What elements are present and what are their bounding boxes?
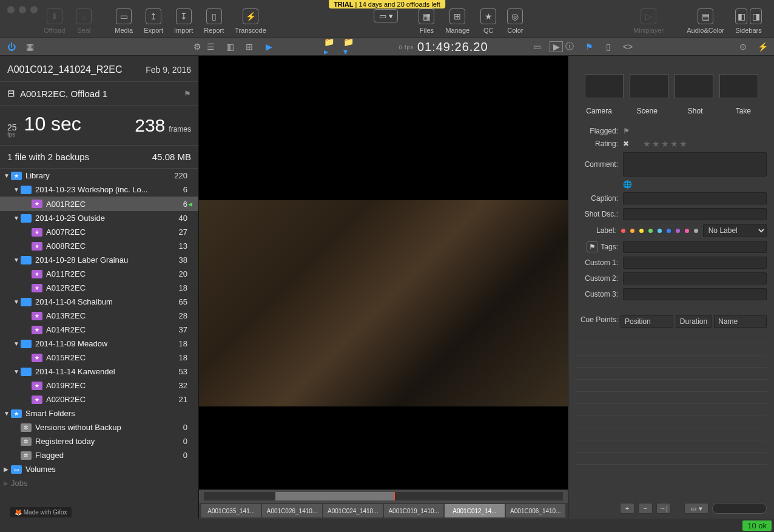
folder-row[interactable]: ▼2014-11-09 Meadow18 bbox=[0, 337, 198, 351]
cue-row[interactable] bbox=[576, 343, 767, 355]
label-color-dot[interactable] bbox=[676, 229, 680, 233]
smart-folders-root[interactable]: ▼★ Smart Folders bbox=[0, 406, 198, 420]
cue-row[interactable] bbox=[576, 428, 767, 440]
transcode-button[interactable]: ⚡Transcode bbox=[232, 8, 269, 34]
import-button[interactable]: ↧Import bbox=[172, 8, 195, 34]
zoom-window[interactable] bbox=[30, 6, 38, 13]
power-icon[interactable]: ⏻ bbox=[5, 41, 18, 52]
timeline[interactable] bbox=[199, 490, 568, 503]
offload-button[interactable]: ⬇Offload bbox=[41, 8, 67, 34]
label-color-dot[interactable] bbox=[630, 229, 634, 233]
fullscreen-icon[interactable]: ▶ bbox=[550, 41, 563, 52]
caption-input[interactable] bbox=[623, 192, 767, 204]
clip-row[interactable]: ★A008R2EC13 bbox=[0, 239, 198, 253]
globe-icon[interactable]: 🌐 bbox=[623, 180, 632, 189]
view-player-icon[interactable]: ▶ bbox=[262, 41, 275, 52]
clip-row[interactable]: ★A007R2EC27 bbox=[0, 225, 198, 239]
label-color-dot[interactable] bbox=[694, 229, 698, 233]
folder-row[interactable]: ▼2014-10-28 Laber Grainau38 bbox=[0, 253, 198, 267]
video-viewer[interactable] bbox=[199, 56, 568, 490]
close-window[interactable] bbox=[7, 6, 15, 13]
camera-lock-button[interactable]: ▭ ▾ bbox=[684, 503, 708, 514]
take-thumb[interactable] bbox=[719, 74, 758, 98]
scene-thumb[interactable] bbox=[630, 74, 668, 98]
cue-row[interactable] bbox=[576, 392, 767, 404]
flag-icon[interactable]: ⚑ bbox=[184, 89, 191, 98]
label-color-dot[interactable] bbox=[648, 229, 653, 233]
tags-input[interactable] bbox=[623, 241, 767, 253]
folder-next-icon[interactable]: 📁 ▾ bbox=[343, 41, 357, 52]
clip-row[interactable]: ★A014R2EC37 bbox=[0, 323, 198, 337]
smart-folder-row[interactable]: ✲Registered today0 bbox=[0, 434, 198, 448]
report-button[interactable]: ▯Report bbox=[201, 8, 226, 34]
view-grid-icon[interactable]: ⊞ bbox=[243, 41, 256, 52]
audiocolor-button[interactable]: ▤Audio&Color bbox=[684, 8, 727, 34]
goto-cue-button[interactable]: →| bbox=[656, 503, 671, 514]
comment-input[interactable] bbox=[623, 152, 767, 177]
clip-thumbnail[interactable]: A001C024_1410... bbox=[323, 504, 383, 517]
layout-selector[interactable]: ▭ ▾ bbox=[374, 9, 398, 22]
cue-row[interactable] bbox=[576, 404, 767, 416]
clip-row[interactable]: ★A012R2EC18 bbox=[0, 281, 198, 295]
qc-button[interactable]: ★QC bbox=[478, 8, 499, 34]
clip-thumbnail[interactable]: A001C006_1410... bbox=[506, 504, 565, 517]
label-colors[interactable] bbox=[621, 229, 698, 233]
clip-thumbnail[interactable]: A001C019_1410... bbox=[384, 504, 443, 517]
minimize-window[interactable] bbox=[19, 6, 26, 13]
custom3-input[interactable] bbox=[623, 288, 767, 300]
shot-thumb[interactable] bbox=[675, 74, 713, 98]
trial-badge[interactable]: TRIAL | 14 days and 20 offloads left bbox=[329, 0, 445, 8]
export-button[interactable]: ↥Export bbox=[141, 8, 166, 34]
clip-row[interactable]: ★A011R2EC20 bbox=[0, 267, 198, 281]
seal-button[interactable]: ⌕Seal bbox=[73, 8, 94, 34]
doc-icon[interactable]: ▯ bbox=[602, 41, 615, 52]
clip-row[interactable]: ★A013R2EC28 bbox=[0, 309, 198, 323]
add-cue-button[interactable]: + bbox=[620, 503, 634, 514]
status-ok-badge[interactable]: 10 ok bbox=[742, 520, 772, 531]
clip-row[interactable]: ★A019R2EC32 bbox=[0, 379, 198, 392]
cue-row[interactable] bbox=[576, 453, 767, 465]
view-list-icon[interactable]: ☰ bbox=[204, 41, 217, 52]
cue-row[interactable] bbox=[576, 380, 767, 392]
cue-row[interactable] bbox=[576, 440, 767, 453]
info-icon[interactable]: ⓘ bbox=[563, 41, 576, 52]
folder-row[interactable]: ▼2014-10-23 Workshop (inc. Lo...6 bbox=[0, 183, 198, 197]
clip-row[interactable]: ★A020R2EC21 bbox=[0, 392, 198, 406]
clip-thumbnail[interactable]: A001C026_1410... bbox=[262, 504, 321, 517]
folder-row[interactable]: ▼2014-10-25 Outside40 bbox=[0, 211, 198, 225]
folder-row[interactable]: ▼2014-11-04 Schaibum65 bbox=[0, 295, 198, 309]
timeline-track[interactable] bbox=[204, 492, 563, 500]
cue-row[interactable] bbox=[576, 331, 767, 343]
flag-tab-icon[interactable]: ⚑ bbox=[582, 41, 596, 52]
folder-row[interactable]: ▼2014-11-14 Karwendel53 bbox=[0, 365, 198, 379]
files-button[interactable]: ▦Files bbox=[416, 8, 437, 34]
label-color-dot[interactable] bbox=[667, 229, 671, 233]
label-color-dot[interactable] bbox=[621, 229, 625, 233]
color-button[interactable]: ◎Color bbox=[505, 8, 525, 34]
camera-thumb[interactable] bbox=[585, 74, 624, 98]
filmstrip-icon[interactable]: ▦ bbox=[23, 41, 36, 52]
label-select[interactable]: No Label bbox=[703, 224, 767, 237]
clip-row[interactable]: ★A001R2EC6◂ bbox=[0, 197, 198, 211]
library-root[interactable]: ▼★ Library 220 bbox=[0, 169, 198, 183]
shotdsc-input[interactable] bbox=[623, 208, 767, 220]
flagged-toggle[interactable]: ⚑ bbox=[623, 127, 630, 135]
smart-folder-row[interactable]: ✲Versions without Backup0 bbox=[0, 420, 198, 434]
clip-thumbnail[interactable]: A001C035_141... bbox=[201, 504, 261, 517]
media-button[interactable]: ▭Media bbox=[112, 8, 135, 34]
custom1-input[interactable] bbox=[623, 257, 767, 269]
folder-current-icon[interactable]: 📁 ▸ bbox=[324, 41, 337, 52]
rating-stars[interactable]: ★★★★★ bbox=[643, 139, 688, 149]
code-icon[interactable]: <> bbox=[621, 41, 634, 52]
remove-cue-button[interactable]: − bbox=[638, 503, 653, 514]
tag-icon[interactable]: ⚑ bbox=[587, 241, 598, 252]
custom2-input[interactable] bbox=[623, 272, 767, 285]
jobs-root[interactable]: ▶ Jobs bbox=[0, 476, 198, 490]
clip-thumbnail[interactable]: A001C012_14... bbox=[445, 504, 504, 517]
miniplayer-button[interactable]: ▷Miniplayer bbox=[631, 8, 666, 34]
cue-row[interactable] bbox=[576, 355, 767, 368]
volumes-root[interactable]: ▶▭ Volumes bbox=[0, 462, 198, 476]
playhead[interactable] bbox=[394, 492, 395, 500]
manage-button[interactable]: ⊞Manage bbox=[443, 8, 472, 34]
label-color-dot[interactable] bbox=[639, 229, 644, 233]
